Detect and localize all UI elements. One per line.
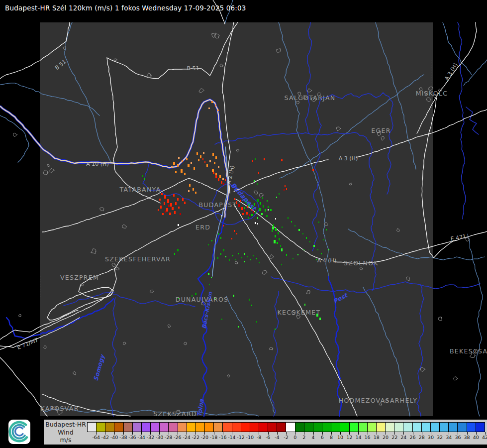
color-scale-boxes xyxy=(87,422,485,432)
road-label: A 4 (H) xyxy=(317,257,336,264)
scale-color-box xyxy=(250,422,259,432)
scale-color-box xyxy=(331,422,340,432)
scale-color-box xyxy=(114,422,123,432)
scale-color-box xyxy=(457,422,467,432)
city-label: EGER xyxy=(371,127,390,134)
hungaromet-logo xyxy=(8,420,30,444)
scale-color-box xyxy=(385,422,394,432)
scale-color-box xyxy=(313,422,322,432)
road-label: A 3 (H) xyxy=(339,155,358,162)
scale-value: 42 xyxy=(480,435,487,440)
scale-color-box xyxy=(358,422,368,432)
scale-color-box xyxy=(376,422,386,432)
city-label: KAPOSVAR xyxy=(40,405,79,412)
city-label: BEKESCSABA xyxy=(450,347,487,355)
scale-color-box xyxy=(195,422,205,432)
scale-color-box xyxy=(222,422,232,432)
scale-color-box xyxy=(268,422,277,432)
city-label: TATABANYA xyxy=(119,186,161,193)
scale-color-box xyxy=(241,422,250,432)
scale-color-box xyxy=(430,422,440,432)
scale-color-box xyxy=(232,422,241,432)
legend-product-name: Budapest-HR xyxy=(45,421,87,429)
color-scale-legend: Budapest-HR Wind m/s -64-42-40-38-36-34-… xyxy=(44,420,487,445)
city-label: BUDAPEST xyxy=(198,201,237,209)
scale-color-box xyxy=(467,422,476,432)
road-label: A 10 (H) xyxy=(86,161,108,167)
city-label: SALGOTARJAN xyxy=(285,94,336,102)
scale-color-box xyxy=(277,422,286,432)
scale-color-box xyxy=(439,422,449,432)
city-label: SZOLNOK xyxy=(344,259,379,267)
scale-color-box xyxy=(304,422,313,432)
scale-color-box xyxy=(187,422,196,432)
scale-color-box xyxy=(132,422,142,432)
city-label: DUNAUJVAROS xyxy=(176,296,229,303)
city-label: HODMEZOVASARHELY xyxy=(339,397,417,404)
legend-field-name: Wind xyxy=(45,429,87,437)
radar-map-image: TATABANYABUDAPESTERDSZEKESFEHERVARVESZPR… xyxy=(0,0,487,445)
city-label: ERD xyxy=(195,224,210,231)
scale-color-box xyxy=(96,422,105,432)
scale-color-box xyxy=(340,422,349,432)
scale-color-box xyxy=(367,422,377,432)
city-label: MISKOLC xyxy=(416,90,448,97)
scale-color-box xyxy=(213,422,223,432)
legend-label-block: Budapest-HR Wind m/s xyxy=(45,421,87,444)
scale-color-box xyxy=(394,422,403,432)
scale-color-box xyxy=(412,422,422,432)
city-label: KECSKEMET xyxy=(278,309,321,316)
city-label: VESZPREM xyxy=(60,274,99,281)
scale-color-box xyxy=(159,422,169,432)
scale-color-box xyxy=(105,422,114,432)
radar-page: TATABANYABUDAPESTERDSZEKESFEHERVARVESZPR… xyxy=(0,0,487,448)
city-label: SZEKESFEHERVAR xyxy=(105,255,171,263)
product-title: Budapest-HR Szél 120km (m/s) 1 fokos Wed… xyxy=(5,4,246,12)
scale-color-box xyxy=(295,422,304,432)
legend-unit: m/s xyxy=(45,436,87,444)
scale-color-box xyxy=(403,422,412,432)
scale-color-box xyxy=(286,422,295,432)
scale-color-box xyxy=(322,422,331,432)
scale-color-box xyxy=(448,422,458,432)
scale-color-box xyxy=(141,422,151,432)
scale-color-box xyxy=(421,422,431,432)
spiral-logo-icon xyxy=(8,420,30,444)
road-label: B 51 xyxy=(187,65,199,72)
scale-color-box xyxy=(204,422,214,432)
scale-color-box xyxy=(150,422,160,432)
scale-color-box xyxy=(123,422,133,432)
scale-color-box xyxy=(87,422,97,432)
city-label: SZEKSZARD xyxy=(153,410,197,418)
scale-color-box xyxy=(168,422,178,432)
scale-color-box xyxy=(349,422,359,432)
scale-color-box xyxy=(178,422,187,432)
scale-color-box xyxy=(476,422,485,432)
scale-color-box xyxy=(259,422,268,432)
